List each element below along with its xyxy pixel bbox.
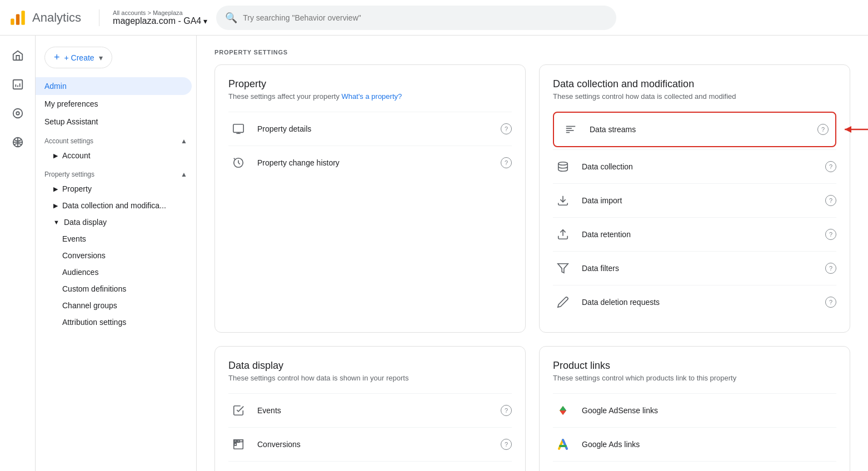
data-collection-item[interactable]: Data collection ? [553,149,836,183]
conversions-item[interactable]: Conversions ? [228,427,512,461]
sidebar-my-preferences-item[interactable]: My preferences [36,95,192,113]
sidebar-events-item[interactable]: Events [36,231,196,247]
events-help-icon[interactable]: ? [501,405,512,416]
explore-icon [12,107,24,119]
ad-manager-links-item[interactable]: Ad Manager links [553,461,836,471]
data-import-item[interactable]: Data import ? [553,183,836,217]
property-change-history-help-icon[interactable]: ? [501,157,512,168]
data-streams-icon [561,119,581,139]
data-collection-label: Data collection and modifica... [62,201,166,210]
data-import-label: Data import [582,196,825,205]
account-label: Account [62,151,91,160]
property-settings-section-label: PROPERTY SETTINGS [214,49,850,56]
search-bar[interactable]: 🔍 [216,6,616,30]
property-details-label: Property details [257,124,501,133]
attribution-settings-label: Attribution settings [62,318,126,327]
data-collection-card-title: Data collection and modification [553,78,836,90]
sidebar-admin-item[interactable]: Admin [36,77,192,95]
data-retention-icon [553,224,573,244]
account-settings-chevron: ▲ [181,137,187,145]
adsense-links-item[interactable]: Google AdSense links [553,393,836,427]
create-plus-icon: + [54,52,60,63]
data-collection-expand-icon: ▶ [53,202,58,209]
account-breadcrumb: All accounts > Mageplaza [113,9,207,16]
sidebar-attribution-settings-item[interactable]: Attribution settings [36,314,196,330]
sidebar-audiences-item[interactable]: Audiences [36,264,196,280]
conversions-label: Conversions [257,440,501,449]
data-deletion-item[interactable]: Data deletion requests ? [553,285,836,319]
data-filters-help-icon[interactable]: ? [825,263,836,274]
app-title: Analytics [32,11,81,25]
events-item[interactable]: Events ? [228,393,512,427]
property-settings-section[interactable]: Property settings ▲ [36,164,196,181]
data-collection-label: Data collection [582,162,825,171]
audiences-label: Audiences [62,268,98,277]
header-divider [99,9,99,26]
product-links-card-subtitle: These settings control which products li… [553,374,836,382]
logo-area: Analytics [9,9,81,27]
data-streams-item[interactable]: Data streams ? [553,112,836,147]
data-display-label: Data display [64,218,107,227]
sidebar-custom-definitions-item[interactable]: Custom definitions [36,280,196,297]
property-details-item[interactable]: Property details ? [228,112,512,146]
data-retention-item[interactable]: Data retention ? [553,217,836,251]
data-display-card-title: Data display [228,360,512,372]
data-deletion-help-icon[interactable]: ? [825,297,836,308]
advertising-icon [12,136,24,148]
property-label: Property [62,184,92,193]
analytics-logo-icon [9,9,27,27]
data-import-help-icon[interactable]: ? [825,195,836,206]
sidebar: + + Create ▾ Admin My preferences Setup … [36,36,197,471]
sidebar-property-item[interactable]: ▶ Property [36,181,196,197]
nav-reports-item[interactable] [4,71,31,98]
events-label: Events [62,234,86,243]
data-collection-card: Data collection and modification These s… [539,64,850,333]
data-streams-help-icon[interactable]: ? [817,124,829,135]
nav-home-item[interactable] [4,42,31,69]
data-collection-help-icon[interactable]: ? [825,161,836,172]
property-change-history-item[interactable]: Property change history ? [228,146,512,179]
property-settings-chevron: ▲ [181,171,187,178]
data-retention-help-icon[interactable]: ? [825,229,836,240]
top-header: Analytics All accounts > Mageplaza magep… [0,0,868,36]
google-ads-links-item[interactable]: Google Ads links [553,427,836,461]
sidebar-channel-groups-item[interactable]: Channel groups [36,297,196,314]
adsense-logo-icon [553,400,573,420]
create-button[interactable]: + + Create ▾ [44,47,112,68]
data-filters-item[interactable]: Data filters ? [553,251,836,285]
audiences-icon [228,468,248,471]
account-name: mageplaza.com - GA4 ▾ [113,16,207,26]
data-display-expand-icon: ▼ [53,219,59,226]
svg-point-18 [558,162,568,166]
account-selector[interactable]: All accounts > Mageplaza mageplaza.com -… [113,9,207,26]
property-card-title: Property [228,78,512,90]
whats-property-link[interactable]: What's a property? [342,92,402,101]
account-settings-section[interactable]: Account settings ▲ [36,131,196,147]
data-filters-icon [553,258,573,278]
search-icon: 🔍 [225,12,237,24]
property-settings-label: Property settings [44,171,94,178]
sidebar-conversions-item[interactable]: Conversions [36,247,196,264]
nav-advertising-item[interactable] [4,129,31,156]
property-details-help-icon[interactable]: ? [501,123,512,134]
bottom-cards-row: Data display These settings control how … [214,346,850,471]
nav-explore-item[interactable] [4,100,31,127]
audiences-item[interactable]: Audiences ? [228,461,512,471]
data-deletion-label: Data deletion requests [582,298,825,307]
sidebar-data-collection-item[interactable]: ▶ Data collection and modifica... [36,197,196,214]
property-details-icon [228,119,248,139]
conversions-help-icon[interactable]: ? [501,439,512,450]
sidebar-account-item[interactable]: ▶ Account [36,147,196,164]
sidebar-setup-assistant-item[interactable]: Setup Assistant [36,113,192,131]
property-expand-icon: ▶ [53,186,58,193]
search-input[interactable] [243,13,607,22]
account-dropdown-icon[interactable]: ▾ [203,17,207,26]
property-change-history-label: Property change history [257,158,501,167]
top-cards-row: Property These settings affect your prop… [214,64,850,333]
main-content: PROPERTY SETTINGS Property These setting… [197,36,868,471]
red-arrow-annotation [839,121,868,138]
svg-rect-0 [11,18,14,24]
sidebar-data-display-item[interactable]: ▼ Data display [36,214,196,231]
setup-assistant-label: Setup Assistant [44,117,98,126]
create-label: + Create [64,53,94,62]
